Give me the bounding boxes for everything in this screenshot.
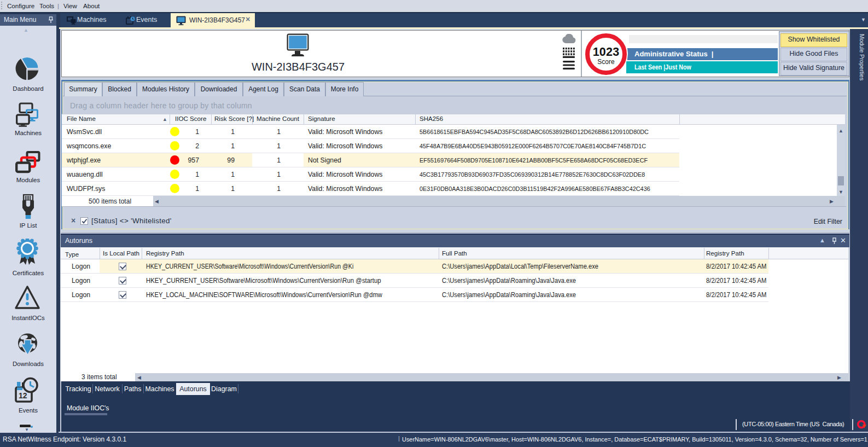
svg-text:12: 12	[19, 391, 27, 400]
